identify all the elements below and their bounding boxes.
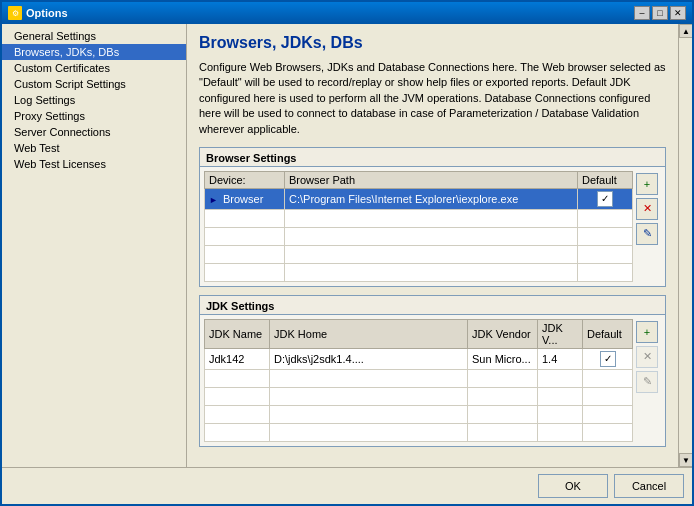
jdk-default-cell: ✓	[583, 348, 633, 369]
browser-empty-row-4	[205, 263, 633, 281]
jdk-col-home: JDK Home	[270, 319, 468, 348]
browser-settings-content: Device: Browser Path Default ►	[200, 167, 665, 286]
browser-default-cell: ✓	[578, 188, 633, 209]
browser-path-cell: C:\Program Files\Internet Explorer\iexpl…	[285, 188, 578, 209]
jdk-settings-section: JDK Settings JDK Name JDK Home JDK Vendo…	[199, 295, 666, 447]
jdk-table-header: JDK Name JDK Home JDK Vendor JDK V... De…	[205, 319, 633, 348]
sidebar-item-general-settings[interactable]: General Settings	[2, 28, 186, 44]
browser-settings-section: Browser Settings Device: Browser Path De…	[199, 147, 666, 287]
jdk-settings-label: JDK Settings	[200, 296, 665, 315]
jdk-home-cell: D:\jdks\j2sdk1.4....	[270, 348, 468, 369]
browser-table-container: Device: Browser Path Default ►	[204, 171, 633, 282]
browser-action-buttons: + ✕ ✎	[633, 171, 661, 282]
window-icon: ⚙	[8, 6, 22, 20]
browser-edit-button[interactable]: ✎	[636, 223, 658, 245]
jdk-remove-button[interactable]: ✕	[636, 346, 658, 368]
title-bar-left: ⚙ Options	[8, 6, 68, 20]
jdk-col-name: JDK Name	[205, 319, 270, 348]
jdk-empty-row-2	[205, 387, 633, 405]
jdk-settings-content: JDK Name JDK Home JDK Vendor JDK V... De…	[200, 315, 665, 446]
scroll-track	[679, 38, 692, 453]
jdk-col-default: Default	[583, 319, 633, 348]
browser-col-path: Browser Path	[285, 171, 578, 188]
bottom-bar: OK Cancel	[2, 467, 692, 504]
sidebar-item-server-connections[interactable]: Server Connections	[2, 124, 186, 140]
description-text: Configure Web Browsers, JDKs and Databas…	[199, 60, 666, 137]
title-buttons: – □ ✕	[634, 6, 686, 20]
main-title: Browsers, JDKs, DBs	[199, 34, 666, 52]
main-scrollbar: ▲ ▼	[678, 24, 692, 467]
title-bar: ⚙ Options – □ ✕	[2, 2, 692, 24]
jdk-empty-row-1	[205, 369, 633, 387]
browser-table: Device: Browser Path Default ►	[204, 171, 633, 282]
browser-table-header: Device: Browser Path Default	[205, 171, 633, 188]
ok-button[interactable]: OK	[538, 474, 608, 498]
options-window: ⚙ Options – □ ✕ General Settings Browser…	[0, 0, 694, 506]
jdk-table-container: JDK Name JDK Home JDK Vendor JDK V... De…	[204, 319, 633, 442]
cancel-button[interactable]: Cancel	[614, 474, 684, 498]
sidebar-item-log-settings[interactable]: Log Settings	[2, 92, 186, 108]
jdk-col-version: JDK V...	[538, 319, 583, 348]
main-panel: Browsers, JDKs, DBs Configure Web Browse…	[187, 24, 678, 467]
jdk-empty-row-3	[205, 405, 633, 423]
scroll-up-button[interactable]: ▲	[679, 24, 692, 38]
window-title: Options	[26, 7, 68, 19]
sidebar-item-proxy-settings[interactable]: Proxy Settings	[2, 108, 186, 124]
browser-device-cell: ► Browser	[205, 188, 285, 209]
scroll-down-button[interactable]: ▼	[679, 453, 692, 467]
sidebar: General Settings Browsers, JDKs, DBs Cus…	[2, 24, 187, 467]
content-area: General Settings Browsers, JDKs, DBs Cus…	[2, 24, 692, 467]
browser-default-checkbox[interactable]: ✓	[597, 191, 613, 207]
browser-remove-button[interactable]: ✕	[636, 198, 658, 220]
jdk-name-cell: Jdk142	[205, 348, 270, 369]
browser-empty-row-1	[205, 209, 633, 227]
row-arrow-icon: ►	[209, 195, 218, 205]
maximize-button[interactable]: □	[652, 6, 668, 20]
jdk-default-checkbox[interactable]: ✓	[600, 351, 616, 367]
browser-add-button[interactable]: +	[636, 173, 658, 195]
jdk-table: JDK Name JDK Home JDK Vendor JDK V... De…	[204, 319, 633, 442]
browser-empty-row-3	[205, 245, 633, 263]
jdk-edit-button[interactable]: ✎	[636, 371, 658, 393]
minimize-button[interactable]: –	[634, 6, 650, 20]
sidebar-item-web-test[interactable]: Web Test	[2, 140, 186, 156]
sidebar-item-web-test-licenses[interactable]: Web Test Licenses	[2, 156, 186, 172]
jdk-action-buttons: + ✕ ✎	[633, 319, 661, 442]
browser-col-device: Device:	[205, 171, 285, 188]
browser-table-row[interactable]: ► Browser C:\Program Files\Internet Expl…	[205, 188, 633, 209]
sidebar-item-custom-script-settings[interactable]: Custom Script Settings	[2, 76, 186, 92]
browser-settings-label: Browser Settings	[200, 148, 665, 167]
browser-empty-row-2	[205, 227, 633, 245]
jdk-col-vendor: JDK Vendor	[468, 319, 538, 348]
jdk-vendor-cell: Sun Micro...	[468, 348, 538, 369]
sidebar-item-browsers-jdks-dbs[interactable]: Browsers, JDKs, DBs	[2, 44, 186, 60]
jdk-table-row[interactable]: Jdk142 D:\jdks\j2sdk1.4.... Sun Micro...…	[205, 348, 633, 369]
jdk-add-button[interactable]: +	[636, 321, 658, 343]
close-button[interactable]: ✕	[670, 6, 686, 20]
browser-col-default: Default	[578, 171, 633, 188]
jdk-empty-row-4	[205, 423, 633, 441]
jdk-version-cell: 1.4	[538, 348, 583, 369]
sidebar-item-custom-certificates[interactable]: Custom Certificates	[2, 60, 186, 76]
